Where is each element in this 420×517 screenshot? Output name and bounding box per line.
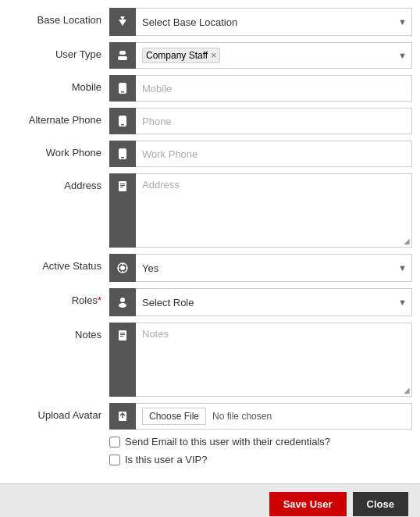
mobile-field <box>109 75 412 102</box>
user-type-tag-close[interactable]: × <box>211 51 216 60</box>
roles-field: Select Role ▼ <box>109 288 412 316</box>
svg-marker-0 <box>119 20 126 26</box>
active-status-row: Active Status Yes No ▼ <box>8 254 412 282</box>
roles-label: Roles* <box>8 288 109 306</box>
user-type-tag-label: Company Staff <box>146 50 208 61</box>
user-type-multiselect[interactable]: Company Staff × ▼ <box>136 42 412 69</box>
svg-rect-13 <box>120 187 123 187</box>
address-resize: ◢ <box>404 237 410 245</box>
location-icon <box>109 8 136 36</box>
alternate-phone-label: Alternate Phone <box>8 108 109 126</box>
svg-rect-7 <box>121 124 124 126</box>
alternate-phone-field <box>109 108 412 134</box>
work-phone-icon <box>109 141 136 167</box>
roles-select-wrapper[interactable]: Select Role ▼ <box>136 288 412 316</box>
active-status-select[interactable]: Yes No <box>136 255 411 281</box>
alternate-phone-row: Alternate Phone <box>8 108 412 134</box>
work-phone-input[interactable] <box>136 141 412 167</box>
work-phone-field <box>109 141 412 167</box>
address-textarea-outer: ◢ <box>136 173 412 248</box>
base-location-label: Base Location <box>8 8 109 26</box>
notes-textarea-outer: ◢ <box>136 323 412 397</box>
svg-point-20 <box>120 298 125 302</box>
roles-row: Roles* Select Role ▼ <box>8 288 412 316</box>
form-container: Base Location Select Base Location ▼ Use… <box>0 0 420 483</box>
svg-rect-12 <box>120 185 125 186</box>
mobile-label: Mobile <box>8 75 109 93</box>
send-email-row: Send Email to this user with their crede… <box>109 436 412 447</box>
work-phone-label: Work Phone <box>8 141 109 159</box>
active-status-icon <box>109 254 136 282</box>
vip-label: Is this user a VIP? <box>125 454 208 465</box>
active-status-field: Yes No ▼ <box>109 254 412 282</box>
upload-avatar-field: Choose File No file chosen <box>109 403 412 430</box>
upload-avatar-label: Upload Avatar <box>8 403 109 421</box>
svg-rect-10 <box>119 181 126 191</box>
svg-rect-23 <box>120 333 125 333</box>
roles-icon <box>109 288 136 316</box>
base-location-select-wrapper[interactable]: Select Base Location ▼ <box>136 8 412 36</box>
roles-select[interactable]: Select Role <box>136 289 411 316</box>
send-email-checkbox[interactable] <box>109 437 120 447</box>
base-location-field: Select Base Location ▼ <box>109 8 412 36</box>
user-type-row: User Type Company Staff × ▼ <box>8 42 412 69</box>
svg-rect-3 <box>118 56 127 60</box>
active-status-label: Active Status <box>8 254 109 272</box>
send-email-label: Send Email to this user with their crede… <box>125 436 330 447</box>
svg-point-15 <box>120 266 125 270</box>
active-status-select-wrapper[interactable]: Yes No ▼ <box>136 254 412 282</box>
svg-rect-2 <box>119 51 126 55</box>
notes-icon <box>109 323 136 397</box>
address-label: Address <box>8 173 109 191</box>
notes-row: Notes ◢ <box>8 323 412 397</box>
user-type-icon <box>109 42 136 69</box>
address-icon <box>109 173 136 248</box>
svg-rect-9 <box>121 157 124 159</box>
alternate-phone-icon <box>109 108 136 134</box>
svg-point-21 <box>119 303 126 308</box>
vip-row: Is this user a VIP? <box>109 454 412 465</box>
address-row: Address ◢ <box>8 173 412 248</box>
work-phone-row: Work Phone <box>8 141 412 167</box>
roles-required-indicator: * <box>98 294 101 306</box>
svg-rect-5 <box>121 91 124 93</box>
svg-rect-24 <box>120 334 125 335</box>
save-user-button[interactable]: Save User <box>269 492 347 516</box>
footer: Save User Close <box>0 483 420 517</box>
no-file-label: No file chosen <box>212 411 272 422</box>
notes-textarea[interactable] <box>136 323 411 394</box>
choose-file-button[interactable]: Choose File <box>142 408 206 425</box>
alternate-phone-input[interactable] <box>136 108 412 134</box>
notes-label: Notes <box>8 323 109 341</box>
upload-avatar-icon <box>109 403 136 430</box>
address-textarea[interactable] <box>136 174 411 244</box>
file-upload-wrapper: Choose File No file chosen <box>136 403 412 430</box>
close-button[interactable]: Close <box>353 492 408 516</box>
upload-avatar-row: Upload Avatar Choose File No file chosen <box>8 403 412 430</box>
user-type-field: Company Staff × ▼ <box>109 42 412 69</box>
user-type-tag: Company Staff × <box>142 48 220 63</box>
svg-rect-11 <box>120 184 125 184</box>
user-type-tags: Company Staff × <box>139 48 408 63</box>
svg-rect-25 <box>120 336 123 337</box>
base-location-row: Base Location Select Base Location ▼ <box>8 8 412 36</box>
address-field: ◢ <box>109 173 412 248</box>
user-type-label: User Type <box>8 42 109 60</box>
mobile-row: Mobile <box>8 75 412 102</box>
vip-checkbox[interactable] <box>109 455 120 465</box>
notes-resize: ◢ <box>404 386 410 394</box>
mobile-input[interactable] <box>136 75 412 102</box>
svg-rect-22 <box>119 330 126 341</box>
mobile-icon <box>109 75 136 102</box>
base-location-select[interactable]: Select Base Location <box>136 9 411 35</box>
notes-field: ◢ <box>109 323 412 397</box>
